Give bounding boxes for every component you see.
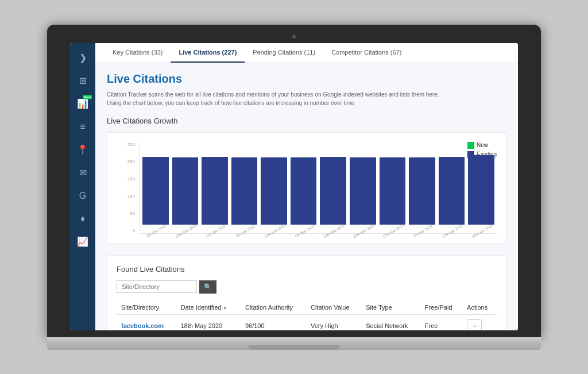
laptop-frame: ❯⊞📊New≡📍✉G♦📈 Key Citations (33)Live Cita… — [47, 25, 541, 350]
bar-label-3: 9th Jan 2022 — [235, 223, 256, 238]
table-header-1[interactable]: Date Identified ▲ — [176, 300, 241, 315]
table-head: Site/DirectoryDate Identified ▲Citation … — [117, 300, 497, 315]
bar-1 — [172, 157, 199, 224]
sidebar-item-mail[interactable]: ✉ — [72, 163, 93, 183]
y-label: 200 — [121, 159, 135, 164]
bar-3 — [231, 157, 258, 224]
table-header-0: Site/Directory — [117, 300, 176, 315]
table-header-2: Citation Authority — [241, 300, 306, 315]
bar-6 — [320, 157, 346, 225]
y-label: 100 — [121, 194, 135, 199]
bar-10 — [439, 157, 465, 225]
table-cell-0-4: Social Network — [361, 314, 420, 330]
content-area: Live Citations Citation Tracker scans th… — [95, 63, 518, 330]
sidebar-item-google[interactable]: G — [72, 186, 93, 206]
table-body: facebook.com18th May 202096/100Very High… — [117, 314, 497, 330]
bar-11 — [468, 155, 494, 224]
y-axis-labels: 250200150100500 — [121, 142, 135, 234]
table-row: facebook.com18th May 202096/100Very High… — [117, 314, 497, 330]
bar-label-5: 6th Mar 2022 — [294, 223, 315, 238]
bar-2 — [202, 157, 228, 225]
table-cell-0-6: → — [462, 314, 497, 330]
screen: ❯⊞📊New≡📍✉G♦📈 Key Citations (33)Live Cita… — [70, 43, 518, 330]
tabs-bar: Key Citations (33)Live Citations (227)Pe… — [95, 43, 518, 63]
bar-group-6: 13th Mar 2022 — [320, 157, 346, 233]
bar-label-9: 3rd Apr 2022 — [413, 223, 434, 238]
y-label: 250 — [121, 142, 135, 147]
sidebar: ❯⊞📊New≡📍✉G♦📈 — [70, 43, 95, 330]
bar-group-7: 20th Mar 2022 — [350, 157, 376, 233]
bar-group-9: 3rd Apr 2022 — [409, 157, 435, 233]
screen-bezel: ❯⊞📊New≡📍✉G♦📈 Key Citations (33)Live Cita… — [47, 25, 541, 337]
bar-group-0: 5th Dec 2021 — [142, 157, 169, 233]
action-button-0[interactable]: → — [467, 319, 482, 330]
table-cell-0-2: 96/100 — [241, 314, 306, 330]
citations-table: Site/DirectoryDate Identified ▲Citation … — [117, 300, 497, 330]
bar-group-11: 24th Apr 2022 — [468, 155, 494, 233]
page-description: Citation Tracker scans the web for all l… — [107, 90, 440, 107]
google-icon: G — [79, 191, 86, 201]
chart-wrapper: 250200150100500 5th Dec 202119th Dec 202… — [117, 142, 497, 234]
table-header-6: Actions — [462, 300, 497, 315]
tab-0[interactable]: Key Citations (33) — [105, 43, 171, 63]
sidebar-item-analytics[interactable]: 📈 — [72, 232, 93, 252]
page-title: Live Citations — [107, 72, 506, 86]
tab-3[interactable]: Competitor Citations (67) — [323, 43, 409, 63]
search-row: 🔍 — [117, 280, 497, 294]
chart-section-title: Live Citations Growth — [107, 117, 506, 125]
chart-icon: 📊 — [77, 98, 88, 109]
sidebar-item-list[interactable]: ≡ — [72, 117, 93, 137]
location-icon: 📍 — [77, 144, 88, 155]
y-label: 50 — [121, 211, 135, 216]
citations-section: Found Live Citations 🔍 Site/DirectoryDat… — [107, 255, 506, 330]
table-cell-0-5: Free — [420, 314, 462, 330]
bar-0 — [142, 157, 169, 225]
collapse-icon: ❯ — [79, 52, 87, 63]
sidebar-badge: New — [83, 95, 92, 99]
bar-5 — [291, 157, 317, 224]
bar-7 — [350, 157, 376, 224]
table-header-3: Citation Value — [306, 300, 361, 315]
mail-icon: ✉ — [79, 167, 87, 178]
sidebar-item-diamond[interactable]: ♦ — [72, 209, 93, 229]
search-button[interactable]: 🔍 — [199, 280, 216, 294]
y-label: 0 — [121, 228, 135, 233]
bar-group-1: 19th Dec 2021 — [172, 157, 199, 233]
tab-2[interactable]: Pending Citations (11) — [245, 43, 323, 63]
bar-label-1: 19th Dec 2021 — [175, 223, 198, 238]
bar-9 — [409, 157, 435, 224]
bars-wrapper: 5th Dec 202119th Dec 20212nd Jan 20229th… — [140, 142, 497, 234]
list-icon: ≡ — [80, 122, 85, 132]
sidebar-item-collapse[interactable]: ❯ — [72, 48, 93, 68]
table-header-5: Free/Paid — [420, 300, 462, 315]
table-header-4: Site Type — [361, 300, 420, 315]
grid-icon: ⊞ — [79, 75, 87, 86]
y-label: 150 — [121, 176, 135, 182]
sidebar-item-grid[interactable]: ⊞ — [72, 71, 93, 91]
bar-group-10: 17th Apr 2022 — [439, 157, 465, 233]
bar-group-3: 9th Jan 2022 — [231, 157, 258, 233]
bar-label-0: 5th Dec 2021 — [146, 223, 167, 238]
bar-group-5: 6th Mar 2022 — [291, 157, 317, 233]
bar-group-4: 13th Feb 2022 — [261, 157, 287, 233]
bar-8 — [380, 157, 406, 224]
search-input[interactable] — [117, 280, 197, 293]
sidebar-item-chart[interactable]: 📊New — [72, 94, 93, 114]
bar-label-10: 17th Apr 2022 — [442, 223, 464, 238]
table-cell-0-0[interactable]: facebook.com — [117, 314, 176, 330]
site-link[interactable]: facebook.com — [121, 322, 164, 329]
table-cell-0-3: Very High — [306, 314, 361, 330]
bar-label-11: 24th Apr 2022 — [471, 223, 494, 238]
analytics-icon: 📈 — [77, 236, 88, 247]
table-header-row: Site/DirectoryDate Identified ▲Citation … — [117, 300, 497, 315]
tab-1[interactable]: Live Citations (227) — [171, 43, 245, 63]
bar-label-4: 13th Feb 2022 — [264, 223, 287, 238]
chart-container: NewExisting 250200150100500 5th Dec 2021… — [107, 132, 506, 244]
bar-group-2: 2nd Jan 2022 — [202, 157, 228, 233]
table-cell-0-1: 18th May 2020 — [176, 314, 241, 330]
bar-group-8: 27th Mar 2022 — [380, 157, 406, 233]
diamond-icon: ♦ — [80, 214, 85, 224]
camera — [292, 35, 296, 38]
bar-label-6: 13th Mar 2022 — [323, 223, 346, 238]
sidebar-item-location[interactable]: 📍 — [72, 140, 93, 160]
